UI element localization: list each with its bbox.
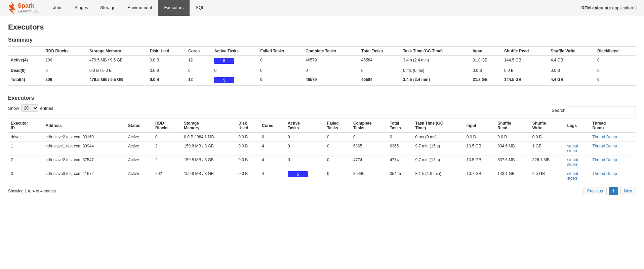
col-executor-id[interactable]: ExecutorID [8,119,43,133]
nav-executors[interactable]: Executors [158,0,190,16]
exec-threaddump: Thread Dump [590,169,636,183]
exec-tasktime: 0 ms (0 ms) [413,133,464,142]
col-thread-dump[interactable]: ThreadDump [590,119,636,133]
navbar: Spark 2.4.0-cdh6.1.1 Jobs Stages Storage… [0,0,644,16]
exec-input: 0.0 B [464,133,495,142]
summary-total: 46584 [359,75,400,86]
log-link-stdout[interactable]: stdout [567,171,578,176]
col-task-time[interactable]: Task Time (GCTime) [413,119,464,133]
col-storage-memory[interactable]: StorageMemory [181,119,236,133]
summary-col-label [8,47,43,56]
exec-logs: stdoutstderr [564,155,590,169]
exec-total: 35445 [387,169,413,183]
thread-dump-link[interactable]: Thread Dump [592,135,617,139]
exec-threaddump: Thread Dump [590,142,636,155]
exec-shuffleread: 834.6 MB [495,142,530,155]
exec-tasktime: 9.7 min (13 s) [413,155,464,169]
summary-storage: 0.0 B / 0.0 B [87,66,147,75]
col-status[interactable]: Status [125,119,153,133]
exec-disk: 0.0 B [236,133,259,142]
summary-disk: 0.0 B [147,66,186,75]
exec-active: 5 [285,169,324,183]
summary-rdd: 206 [43,56,87,66]
exec-address: cdh-slave2.test.com:37547 [43,155,125,169]
log-link-stdout[interactable]: stdout [567,144,578,148]
executors-section: Executors Show 20 50 100 entries Search:… [8,95,636,195]
col-active-tasks[interactable]: ActiveTasks [285,119,324,133]
summary-cores: 12 [186,56,211,66]
exec-id: 3 [8,169,43,183]
summary-heading: Summary [8,37,636,43]
entries-select[interactable]: 20 50 100 [21,104,38,112]
exec-rdd: 2 [153,155,181,169]
col-total-tasks[interactable]: TotalTasks [387,119,413,133]
log-link-stdout[interactable]: stdout [567,158,578,162]
exec-storage: 159.8 MB / 3 GB [181,142,236,155]
search-input[interactable] [569,106,636,114]
exec-input: 10.5 GB [464,142,495,155]
summary-col-failed: Failed Tasks [257,47,303,56]
exec-input: 10.7 GB [464,169,495,183]
previous-button[interactable]: Previous [583,187,607,195]
pagination-bar: Showing 1 to 4 of 4 entries Previous 1 N… [8,187,636,195]
col-disk-used[interactable]: DiskUsed [236,119,259,133]
next-button[interactable]: Next [620,187,636,195]
summary-col-total: Total Tasks [359,47,400,56]
summary-col-tasktime: Task Time (GC Time) [400,47,470,56]
summary-complete: 46579 [303,75,359,86]
exec-cores: 0 [259,133,285,142]
nav-jobs[interactable]: Jobs [47,0,68,16]
col-failed-tasks[interactable]: FailedTasks [324,119,351,133]
summary-disk: 0.0 B [147,56,186,66]
exec-active: 0 [285,133,324,142]
exec-input: 10.5 GB [464,155,495,169]
exec-storage: 159.8 MB / 3 GB [181,155,236,169]
col-rdd-blocks[interactable]: RDDBlocks [153,119,181,133]
col-address[interactable]: Address [43,119,125,133]
summary-storage: 479.5 MB / 9.5 GB [87,56,147,66]
col-cores[interactable]: Cores [259,119,285,133]
col-shuffle-read[interactable]: ShuffleRead [495,119,530,133]
nav-stages[interactable]: Stages [68,0,94,16]
col-logs[interactable]: Logs [564,119,590,133]
exec-status: Active [125,169,153,183]
nav-storage[interactable]: Storage [94,0,122,16]
brand-name: Spark [17,3,39,9]
page-number-1[interactable]: 1 [609,187,618,195]
summary-rdd: 0 [43,66,87,75]
thread-dump-link[interactable]: Thread Dump [592,158,617,162]
exec-total: 4774 [387,155,413,169]
search-box: Search: [552,106,636,114]
summary-active: 0 [211,66,257,75]
exec-status: Active [125,142,153,155]
summary-col-active: Active Tasks [211,47,257,56]
summary-input: 0.0 B [470,66,501,75]
executors-table: ExecutorID Address Status RDDBlocks Stor… [8,119,636,183]
exec-active: 0 [285,155,324,169]
summary-disk: 0.0 B [147,75,186,86]
entries-label: entries [40,106,53,111]
summary-blacklisted: 0 [595,66,636,75]
exec-tasktime: 3.1 h (1.9 min) [413,169,464,183]
summary-active: 5 [211,75,257,86]
col-input[interactable]: Input [464,119,495,133]
nav-sql[interactable]: SQL [190,0,210,16]
summary-col-cores: Cores [186,47,211,56]
log-link-stderr[interactable]: stderr [567,176,577,181]
thread-dump-link[interactable]: Thread Dump [592,171,617,176]
exec-tasktime: 9.7 min (15 s) [413,142,464,155]
exec-complete: 35440 [351,169,387,183]
log-link-stderr[interactable]: stderr [567,162,577,167]
exec-id: 1 [8,142,43,155]
nav-environment[interactable]: Environment [121,0,158,16]
summary-rdd: 206 [43,75,87,86]
thread-dump-link[interactable]: Thread Dump [592,144,617,148]
show-label: Show [8,106,19,111]
summary-cores: 0 [186,66,211,75]
col-shuffle-write[interactable]: ShuffleWrite [530,119,565,133]
col-complete-tasks[interactable]: CompleteTasks [351,119,387,133]
exec-rdd: 2 [153,142,181,155]
exec-storage: 159.8 MB / 3 GB [181,169,236,183]
log-link-stderr[interactable]: stderr [567,148,577,153]
exec-complete: 4774 [351,155,387,169]
